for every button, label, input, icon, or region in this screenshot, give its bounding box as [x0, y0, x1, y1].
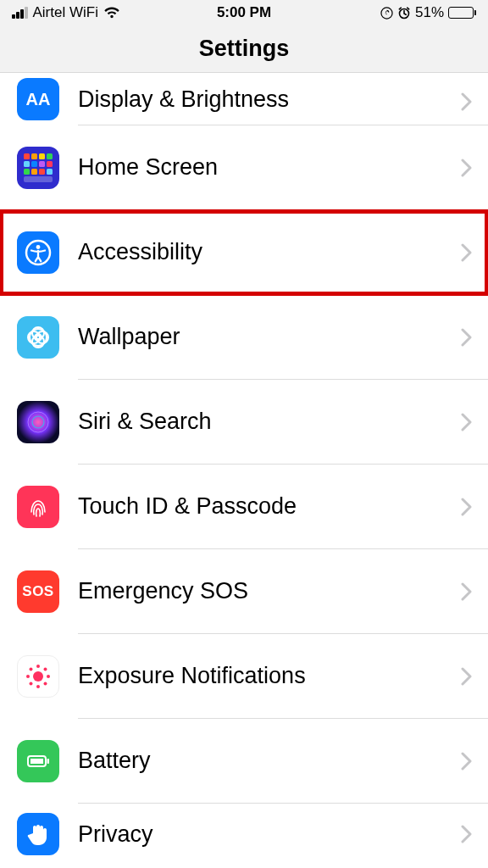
sos-icon: SOS: [17, 570, 59, 613]
settings-item-siri-search[interactable]: Siri & Search: [0, 380, 488, 465]
chevron-right-icon: [461, 92, 473, 111]
chevron-right-icon: [461, 159, 473, 177]
settings-item-battery[interactable]: Battery: [0, 719, 488, 804]
status-bar: Airtel WiFi 5:00 PM 51%: [0, 0, 488, 25]
svg-point-20: [44, 682, 47, 686]
exposure-notifications-icon: [17, 655, 59, 698]
battery-percent: 51%: [415, 4, 444, 21]
page-title: Settings: [0, 25, 488, 73]
alarm-clock-icon: [397, 6, 411, 19]
settings-item-emergency-sos[interactable]: SOS Emergency SOS: [0, 549, 488, 634]
status-left: Airtel WiFi: [12, 4, 120, 21]
row-label: Emergency SOS: [78, 578, 248, 604]
chevron-right-icon: [461, 825, 473, 843]
wallpaper-icon: [17, 316, 59, 359]
chevron-right-icon: [461, 582, 473, 601]
rotation-lock-icon: [380, 7, 393, 19]
svg-point-11: [32, 416, 44, 428]
fingerprint-icon: [17, 486, 59, 528]
svg-point-13: [36, 665, 40, 668]
row-label: Display & Brightness: [78, 86, 289, 113]
chevron-right-icon: [461, 752, 473, 771]
row-label: Home Screen: [78, 154, 218, 181]
svg-point-3: [36, 245, 41, 249]
settings-item-home-screen[interactable]: Home Screen: [0, 125, 488, 210]
svg-point-0: [381, 7, 392, 18]
clock: 5:00 PM: [217, 4, 271, 21]
svg-point-18: [44, 668, 47, 671]
carrier-label: Airtel WiFi: [33, 4, 98, 21]
siri-icon: [17, 401, 59, 443]
settings-item-display-brightness[interactable]: AA Display & Brightness: [0, 73, 488, 125]
chevron-right-icon: [461, 243, 473, 262]
settings-item-touchid-passcode[interactable]: Touch ID & Passcode: [0, 465, 488, 549]
svg-point-16: [47, 675, 50, 678]
home-screen-icon: [17, 147, 59, 189]
cellular-signal-icon: [12, 7, 28, 19]
settings-list: AA Display & Brightness Home Screen Acce…: [0, 73, 488, 865]
svg-point-14: [36, 685, 40, 688]
row-label: Battery: [78, 748, 151, 774]
settings-item-privacy[interactable]: Privacy: [0, 804, 488, 865]
svg-point-12: [33, 671, 43, 682]
svg-point-10: [28, 412, 48, 432]
chevron-right-icon: [461, 667, 473, 686]
row-label: Privacy: [78, 821, 153, 848]
svg-rect-22: [30, 759, 43, 764]
row-label: Wallpaper: [78, 324, 180, 350]
battery-icon: [448, 7, 476, 19]
wifi-icon: [103, 7, 120, 19]
svg-point-19: [30, 682, 33, 686]
row-label: Touch ID & Passcode: [78, 493, 297, 520]
row-label: Exposure Notifications: [78, 663, 306, 689]
settings-item-exposure-notifications[interactable]: Exposure Notifications: [0, 634, 488, 719]
row-label: Siri & Search: [78, 409, 212, 435]
svg-point-17: [30, 668, 33, 671]
battery-settings-icon: [17, 740, 59, 782]
svg-point-15: [26, 675, 30, 678]
chevron-right-icon: [461, 328, 473, 347]
chevron-right-icon: [461, 413, 473, 431]
row-label: Accessibility: [78, 239, 202, 265]
svg-rect-23: [47, 759, 50, 764]
privacy-hand-icon: [17, 813, 59, 855]
settings-item-wallpaper[interactable]: Wallpaper: [0, 295, 488, 380]
accessibility-icon: [17, 231, 59, 274]
chevron-right-icon: [461, 498, 473, 516]
settings-item-accessibility[interactable]: Accessibility: [0, 210, 488, 295]
status-right: 51%: [380, 4, 476, 21]
display-brightness-icon: AA: [17, 78, 59, 120]
